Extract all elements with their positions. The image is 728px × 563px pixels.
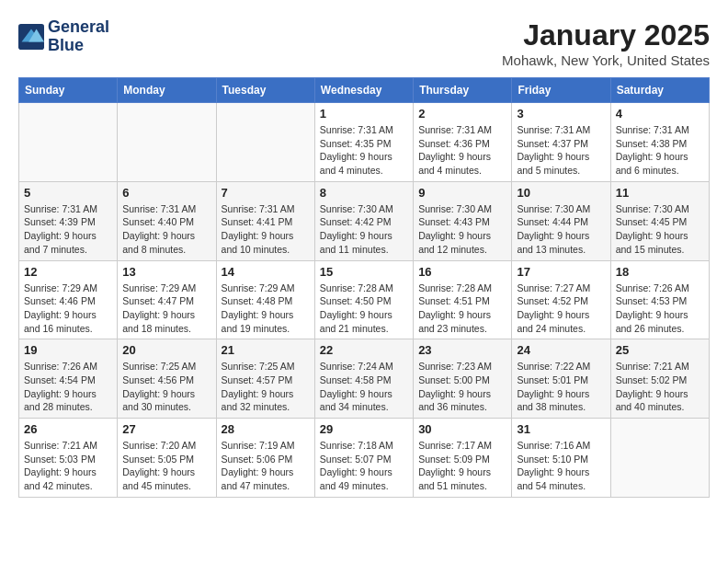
day-number: 23: [418, 343, 506, 357]
day-number: 25: [616, 343, 704, 357]
day-number: 24: [517, 343, 605, 357]
logo-text: General Blue: [48, 18, 109, 55]
calendar-cell: [19, 103, 118, 182]
calendar-cell: 1Sunrise: 7:31 AM Sunset: 4:35 PM Daylig…: [314, 103, 413, 182]
calendar-cell: 31Sunrise: 7:16 AM Sunset: 5:10 PM Dayli…: [512, 419, 610, 498]
day-info: Sunrise: 7:31 AM Sunset: 4:35 PM Dayligh…: [320, 123, 408, 178]
day-number: 20: [122, 343, 210, 357]
weekday-header-friday: Friday: [512, 78, 610, 103]
day-number: 30: [418, 422, 506, 436]
calendar-cell: 7Sunrise: 7:31 AM Sunset: 4:41 PM Daylig…: [216, 181, 314, 260]
day-number: 16: [418, 265, 506, 279]
day-info: Sunrise: 7:18 AM Sunset: 5:07 PM Dayligh…: [320, 439, 408, 493]
location-subtitle: Mohawk, New York, United States: [502, 52, 710, 68]
day-number: 10: [517, 186, 605, 200]
day-number: 13: [122, 265, 210, 279]
day-info: Sunrise: 7:23 AM Sunset: 5:00 PM Dayligh…: [418, 360, 506, 414]
day-number: 22: [320, 343, 408, 357]
day-number: 7: [222, 186, 310, 200]
day-info: Sunrise: 7:20 AM Sunset: 5:05 PM Dayligh…: [122, 439, 210, 493]
day-info: Sunrise: 7:24 AM Sunset: 4:58 PM Dayligh…: [320, 360, 408, 414]
day-number: 9: [418, 186, 506, 200]
calendar-week-5: 26Sunrise: 7:21 AM Sunset: 5:03 PM Dayli…: [19, 419, 710, 498]
day-number: 29: [320, 422, 408, 436]
day-number: 27: [122, 422, 210, 436]
calendar-header: SundayMondayTuesdayWednesdayThursdayFrid…: [19, 78, 710, 103]
day-number: 4: [616, 107, 704, 121]
calendar-week-2: 5Sunrise: 7:31 AM Sunset: 4:39 PM Daylig…: [19, 181, 710, 260]
day-info: Sunrise: 7:19 AM Sunset: 5:06 PM Dayligh…: [222, 439, 310, 493]
day-info: Sunrise: 7:29 AM Sunset: 4:47 PM Dayligh…: [122, 282, 210, 336]
calendar-cell: 10Sunrise: 7:30 AM Sunset: 4:44 PM Dayli…: [512, 181, 610, 260]
day-info: Sunrise: 7:31 AM Sunset: 4:40 PM Dayligh…: [122, 202, 210, 257]
weekday-header-monday: Monday: [118, 78, 216, 103]
title-block: January 2025 Mohawk, New York, United St…: [502, 18, 710, 68]
calendar-cell: 11Sunrise: 7:30 AM Sunset: 4:45 PM Dayli…: [610, 181, 709, 260]
day-number: 1: [320, 107, 408, 121]
day-info: Sunrise: 7:22 AM Sunset: 5:01 PM Dayligh…: [517, 360, 605, 414]
day-number: 8: [320, 186, 408, 200]
calendar-cell: 20Sunrise: 7:25 AM Sunset: 4:56 PM Dayli…: [118, 339, 216, 419]
calendar-cell: 3Sunrise: 7:31 AM Sunset: 4:37 PM Daylig…: [512, 103, 610, 182]
day-number: 28: [222, 422, 310, 436]
day-number: 3: [517, 107, 605, 121]
calendar-cell: [118, 103, 216, 182]
calendar-week-3: 12Sunrise: 7:29 AM Sunset: 4:46 PM Dayli…: [19, 260, 710, 339]
calendar-cell: 24Sunrise: 7:22 AM Sunset: 5:01 PM Dayli…: [512, 339, 610, 419]
day-info: Sunrise: 7:25 AM Sunset: 4:57 PM Dayligh…: [222, 360, 310, 414]
calendar-cell: 30Sunrise: 7:17 AM Sunset: 5:09 PM Dayli…: [414, 419, 512, 498]
calendar-cell: [216, 103, 314, 182]
day-info: Sunrise: 7:26 AM Sunset: 4:53 PM Dayligh…: [616, 282, 704, 336]
day-number: 14: [222, 265, 310, 279]
calendar-cell: 14Sunrise: 7:29 AM Sunset: 4:48 PM Dayli…: [216, 260, 314, 339]
logo: General Blue: [18, 18, 109, 55]
calendar-cell: 25Sunrise: 7:21 AM Sunset: 5:02 PM Dayli…: [610, 339, 709, 419]
day-number: 6: [122, 186, 210, 200]
calendar-cell: 5Sunrise: 7:31 AM Sunset: 4:39 PM Daylig…: [19, 181, 118, 260]
calendar-cell: 13Sunrise: 7:29 AM Sunset: 4:47 PM Dayli…: [118, 260, 216, 339]
day-info: Sunrise: 7:27 AM Sunset: 4:52 PM Dayligh…: [517, 282, 605, 336]
calendar-cell: 12Sunrise: 7:29 AM Sunset: 4:46 PM Dayli…: [19, 260, 118, 339]
calendar-week-1: 1Sunrise: 7:31 AM Sunset: 4:35 PM Daylig…: [19, 103, 710, 182]
day-info: Sunrise: 7:30 AM Sunset: 4:42 PM Dayligh…: [320, 202, 408, 257]
day-number: 11: [616, 186, 704, 200]
day-number: 17: [517, 265, 605, 279]
day-number: 5: [24, 186, 112, 200]
calendar-cell: 2Sunrise: 7:31 AM Sunset: 4:36 PM Daylig…: [414, 103, 512, 182]
calendar-cell: 28Sunrise: 7:19 AM Sunset: 5:06 PM Dayli…: [216, 419, 314, 498]
day-number: 15: [320, 265, 408, 279]
calendar-cell: 19Sunrise: 7:26 AM Sunset: 4:54 PM Dayli…: [19, 339, 118, 419]
calendar-cell: 4Sunrise: 7:31 AM Sunset: 4:38 PM Daylig…: [610, 103, 709, 182]
day-info: Sunrise: 7:29 AM Sunset: 4:46 PM Dayligh…: [24, 282, 112, 336]
day-info: Sunrise: 7:28 AM Sunset: 4:50 PM Dayligh…: [320, 282, 408, 336]
day-number: 26: [24, 422, 112, 436]
calendar-cell: 26Sunrise: 7:21 AM Sunset: 5:03 PM Dayli…: [19, 419, 118, 498]
day-info: Sunrise: 7:31 AM Sunset: 4:39 PM Dayligh…: [24, 202, 112, 257]
day-info: Sunrise: 7:16 AM Sunset: 5:10 PM Dayligh…: [517, 439, 605, 493]
day-number: 2: [418, 107, 506, 121]
month-year-title: January 2025: [502, 18, 710, 52]
calendar-cell: 18Sunrise: 7:26 AM Sunset: 4:53 PM Dayli…: [610, 260, 709, 339]
day-info: Sunrise: 7:30 AM Sunset: 4:43 PM Dayligh…: [418, 202, 506, 257]
day-info: Sunrise: 7:30 AM Sunset: 4:45 PM Dayligh…: [616, 202, 704, 257]
day-number: 31: [517, 422, 605, 436]
day-number: 21: [222, 343, 310, 357]
day-number: 18: [616, 265, 704, 279]
day-info: Sunrise: 7:17 AM Sunset: 5:09 PM Dayligh…: [418, 439, 506, 493]
day-info: Sunrise: 7:28 AM Sunset: 4:51 PM Dayligh…: [418, 282, 506, 336]
calendar-cell: 27Sunrise: 7:20 AM Sunset: 5:05 PM Dayli…: [118, 419, 216, 498]
day-number: 19: [24, 343, 112, 357]
calendar-cell: 29Sunrise: 7:18 AM Sunset: 5:07 PM Dayli…: [314, 419, 413, 498]
calendar-cell: 22Sunrise: 7:24 AM Sunset: 4:58 PM Dayli…: [314, 339, 413, 419]
calendar-cell: 17Sunrise: 7:27 AM Sunset: 4:52 PM Dayli…: [512, 260, 610, 339]
weekday-header-sunday: Sunday: [19, 78, 118, 103]
day-info: Sunrise: 7:30 AM Sunset: 4:44 PM Dayligh…: [517, 202, 605, 257]
day-info: Sunrise: 7:31 AM Sunset: 4:36 PM Dayligh…: [418, 123, 506, 178]
day-info: Sunrise: 7:31 AM Sunset: 4:38 PM Dayligh…: [616, 123, 704, 178]
calendar-cell: 15Sunrise: 7:28 AM Sunset: 4:50 PM Dayli…: [314, 260, 413, 339]
weekday-header-wednesday: Wednesday: [314, 78, 413, 103]
calendar-cell: 21Sunrise: 7:25 AM Sunset: 4:57 PM Dayli…: [216, 339, 314, 419]
day-info: Sunrise: 7:26 AM Sunset: 4:54 PM Dayligh…: [24, 360, 112, 414]
calendar-cell: 6Sunrise: 7:31 AM Sunset: 4:40 PM Daylig…: [118, 181, 216, 260]
page-header: General Blue January 2025 Mohawk, New Yo…: [18, 18, 710, 68]
